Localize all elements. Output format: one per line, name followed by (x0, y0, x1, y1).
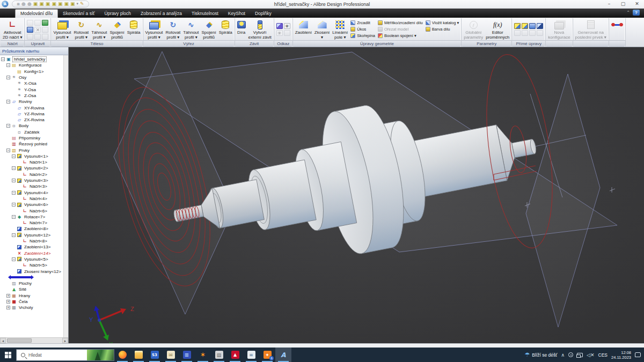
tree-item[interactable]: −▧Prvky (0, 147, 63, 153)
view-cube-7-button[interactable]: ▣ (70, 1, 75, 7)
notification-center-icon[interactable] (635, 352, 641, 357)
extrude-boss-button[interactable]: Vysunoutprofil ▾ (52, 19, 72, 40)
volume-muted-icon[interactable]: ◁✕ (587, 352, 594, 358)
view-cube-6-button[interactable]: ▣ (64, 1, 69, 7)
clock[interactable]: 12:08 24.11.2023 (611, 350, 631, 360)
taskbar-app-printer[interactable]: ▤ (211, 348, 227, 362)
tree-expand-toggle[interactable]: − (12, 233, 16, 237)
undo-button[interactable]: ● (21, 1, 26, 7)
tree-item[interactable]: −Vysunutí<5> (0, 256, 63, 262)
end-of-features-marker[interactable] (10, 276, 32, 278)
tab-zobrazeni-a-analyza[interactable]: Zobrazení a analýza (136, 10, 187, 18)
taskbar-app-disk[interactable]: ▥ (179, 348, 195, 362)
tree-item[interactable]: ✳Z-Osa (0, 93, 63, 99)
tree-item[interactable]: −Vysunutí<4> (0, 190, 63, 196)
scrollbar-thumb[interactable] (7, 338, 32, 343)
taskbar-app-s3[interactable]: S3 (147, 348, 163, 362)
part-color-button[interactable]: Barva dílu (425, 26, 460, 32)
tree-expand-toggle[interactable]: − (12, 154, 16, 158)
tree-item[interactable]: −◆Rotace<7> (0, 214, 63, 220)
tree-item[interactable]: ▨Plochy (0, 280, 63, 286)
scroll-left-arrow-icon[interactable]: ◂ (0, 338, 6, 343)
search-input[interactable]: Hledat (16, 349, 114, 361)
tab-keyshot[interactable]: KeyShot (223, 10, 250, 18)
tree-expand-toggle[interactable]: − (12, 179, 16, 182)
dropdown-button[interactable]: ▾ (76, 1, 78, 7)
tree-expand-toggle[interactable]: − (12, 191, 16, 195)
chamfer-button[interactable]: Zkosení▾ (313, 19, 331, 40)
view-cube-1-button[interactable]: ▣ (33, 1, 38, 7)
tree-expand-toggle[interactable]: − (6, 63, 10, 67)
tree-item[interactable]: ▲Sítě (0, 286, 63, 292)
tab-upravy-ploch[interactable]: Úpravy ploch (99, 10, 136, 18)
tree-expand-toggle[interactable]: + (6, 300, 10, 304)
sketch-tool-button[interactable]: ✎ (80, 1, 84, 7)
tree-horizontal-scrollbar[interactable]: ◂ ▸ (0, 337, 68, 343)
tree-expand-toggle[interactable]: − (6, 149, 10, 152)
tree-expand-toggle[interactable]: − (1, 57, 5, 61)
language-indicator[interactable]: CES (598, 352, 608, 358)
tree-item[interactable]: ✳X-Osa (0, 80, 63, 86)
tree-item[interactable]: +■Čela (0, 299, 63, 305)
equation-editor-button[interactable]: f(x) Editorproměnných (485, 19, 510, 40)
taskbar-app-cad-orange[interactable]: ✶ (195, 348, 211, 362)
tree-expand-toggle[interactable]: − (12, 166, 16, 170)
taskbar-app-firefox[interactable] (114, 348, 130, 362)
tree-item[interactable]: ▱ZX-Rovina (0, 117, 63, 123)
fillet-button[interactable]: Zaoblení (294, 19, 313, 40)
reference-csys-button[interactable] (284, 30, 290, 36)
extrude-cut-button[interactable]: Vysunoutprofil ▾ (144, 19, 164, 40)
delete-mini-button[interactable]: ✕ (34, 27, 41, 33)
help-button[interactable]: ? (633, 10, 640, 16)
tree-item[interactable]: +▩Vrcholy (0, 305, 63, 311)
network-icon[interactable] (577, 353, 583, 357)
view-cube-2-button[interactable]: ▣ (39, 1, 44, 7)
reference-point-button[interactable]: ✳ (284, 23, 290, 29)
revolve-cut-button[interactable]: ↻ Rotovatprofil ▾ (165, 19, 182, 40)
tree-item[interactable]: −▫Body (0, 123, 63, 129)
boolean-union-button[interactable]: Boolean spojení ▾ (377, 33, 424, 39)
tree-item[interactable]: ▱XY-Rovina (0, 105, 63, 110)
close-button[interactable]: ✕ (630, 0, 644, 8)
taskbar-app-alibre[interactable]: A (275, 348, 291, 362)
scroll-right-arrow-icon[interactable]: ▸ (62, 338, 68, 343)
linear-pattern-button[interactable]: Lineárnípole ▾ (331, 19, 349, 40)
tree-item[interactable]: ▫Začátek (0, 129, 63, 135)
view-cube-5-button[interactable]: ▣ (58, 1, 63, 7)
select-mini-button[interactable] (27, 27, 33, 33)
tab-tisknutelnost[interactable]: Tisknutelnost (187, 10, 223, 18)
mirror-button[interactable]: Zrcadlit (349, 20, 376, 26)
tree-vertical-scrollbar[interactable] (63, 55, 68, 337)
paste-mini-button[interactable] (34, 34, 41, 40)
revolve-boss-button[interactable]: ↻ Rotovatprofil ▾ (73, 19, 90, 40)
tree-item[interactable]: ▤Připomínky (0, 135, 63, 141)
tree-expand-toggle[interactable]: − (6, 76, 10, 79)
duplicate-mini-button[interactable] (42, 34, 48, 40)
weather-widget[interactable]: ☂ Blíží se déšť (524, 351, 557, 358)
loft-boss-button[interactable]: ◆ Spojeníprofilů (108, 19, 125, 40)
tree-expand-toggle[interactable]: − (6, 124, 10, 128)
reference-axis-button[interactable]: ✳ (276, 30, 283, 36)
tree-item[interactable]: −Vysunutí<3> (0, 178, 63, 183)
tree-item[interactable]: −▣hřídel_setrvačky (0, 56, 63, 62)
tree-item[interactable]: Zaoblení<13> (0, 244, 63, 250)
view-cube-4-button[interactable]: ▣ (52, 1, 56, 7)
remove-face-button[interactable] (529, 23, 536, 29)
tree-item[interactable]: −Vysunutí<1> (0, 153, 63, 159)
external-thread-button[interactable]: Vytvoříexterní závit (247, 19, 273, 40)
tree-item[interactable]: ∟Náčrt<1> (0, 159, 63, 165)
taskbar-app-notepad[interactable]: ≡ (243, 348, 259, 362)
tree-expand-toggle[interactable]: + (6, 306, 10, 309)
tree-item[interactable]: +▦Hrany (0, 293, 63, 299)
sweep-cut-button[interactable]: ∿ Táhnoutprofil ▾ (182, 19, 200, 40)
activate-2d-sketch-button[interactable]: ∟ Aktivovat2D náčrt ▾ (2, 19, 23, 40)
loft-cut-button[interactable]: ◆ Spojeníprofilů (201, 19, 217, 40)
maximize-button[interactable]: ▢ (616, 0, 630, 8)
tree-item[interactable]: ▱YZ-Rovina (0, 111, 63, 117)
view-cube-3-button[interactable]: ▣ (46, 1, 50, 7)
tree-item[interactable]: ×Zaoblení<14> (0, 250, 63, 256)
taskbar-app-acrobat[interactable]: ▲ (227, 348, 243, 362)
offset-face-button[interactable] (522, 23, 528, 29)
sweep-boss-button[interactable]: ∿ Táhnoutprofil ▾ (90, 19, 108, 40)
tab-skenovani-a-sit[interactable]: Skenování a síť (58, 10, 99, 18)
